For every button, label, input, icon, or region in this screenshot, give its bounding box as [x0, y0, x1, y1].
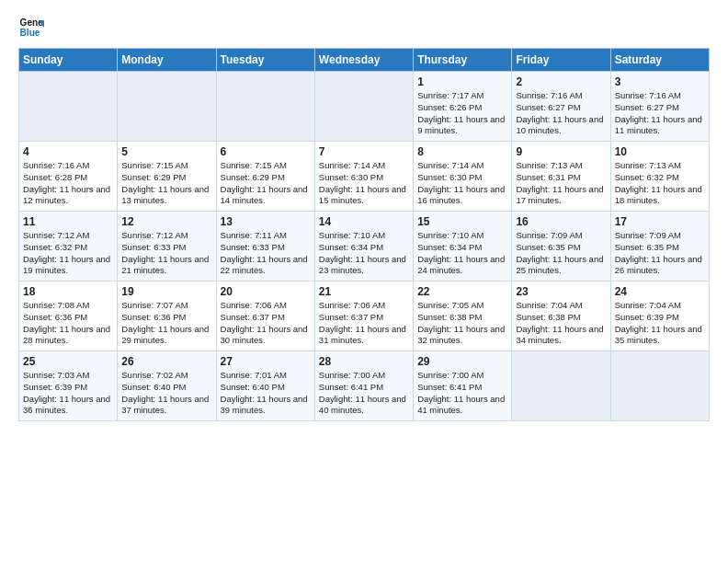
calendar-cell	[512, 351, 610, 421]
calendar-cell: 10Sunrise: 7:13 AM Sunset: 6:32 PM Dayli…	[610, 142, 709, 212]
col-header-wednesday: Wednesday	[314, 49, 413, 72]
day-number: 5	[121, 145, 211, 158]
col-header-tuesday: Tuesday	[216, 49, 314, 72]
day-info: Sunrise: 7:01 AM Sunset: 6:40 PM Dayligh…	[221, 370, 311, 417]
day-number: 10	[615, 145, 705, 158]
day-number: 7	[319, 145, 409, 158]
calendar-cell: 3Sunrise: 7:16 AM Sunset: 6:27 PM Daylig…	[610, 72, 709, 142]
day-number: 29	[417, 355, 507, 368]
day-info: Sunrise: 7:06 AM Sunset: 6:37 PM Dayligh…	[221, 300, 311, 347]
calendar-cell: 11Sunrise: 7:12 AM Sunset: 6:32 PM Dayli…	[19, 212, 118, 282]
calendar-cell: 19Sunrise: 7:07 AM Sunset: 6:36 PM Dayli…	[118, 282, 216, 351]
calendar-cell: 8Sunrise: 7:14 AM Sunset: 6:30 PM Daylig…	[414, 142, 512, 212]
col-header-thursday: Thursday	[414, 49, 512, 72]
calendar-cell: 27Sunrise: 7:01 AM Sunset: 6:40 PM Dayli…	[216, 351, 314, 421]
calendar-cell	[118, 72, 216, 142]
calendar-cell	[216, 72, 314, 142]
day-number: 11	[23, 215, 113, 228]
day-info: Sunrise: 7:06 AM Sunset: 6:37 PM Dayligh…	[319, 300, 409, 347]
calendar-cell	[610, 351, 709, 421]
day-number: 17	[615, 215, 705, 228]
calendar-cell: 7Sunrise: 7:14 AM Sunset: 6:30 PM Daylig…	[314, 142, 413, 212]
day-number: 16	[516, 215, 606, 228]
day-info: Sunrise: 7:12 AM Sunset: 6:32 PM Dayligh…	[23, 230, 113, 277]
day-info: Sunrise: 7:10 AM Sunset: 6:34 PM Dayligh…	[417, 230, 507, 277]
calendar-cell: 25Sunrise: 7:03 AM Sunset: 6:39 PM Dayli…	[19, 351, 118, 421]
day-info: Sunrise: 7:09 AM Sunset: 6:35 PM Dayligh…	[516, 230, 606, 277]
day-number: 13	[221, 215, 311, 228]
day-number: 25	[23, 355, 113, 368]
calendar-cell: 4Sunrise: 7:16 AM Sunset: 6:28 PM Daylig…	[19, 142, 118, 212]
day-number: 6	[221, 145, 311, 158]
day-number: 15	[417, 215, 507, 228]
calendar-cell: 23Sunrise: 7:04 AM Sunset: 6:38 PM Dayli…	[512, 282, 610, 351]
calendar-cell: 22Sunrise: 7:05 AM Sunset: 6:38 PM Dayli…	[414, 282, 512, 351]
day-number: 19	[121, 285, 211, 298]
day-info: Sunrise: 7:08 AM Sunset: 6:36 PM Dayligh…	[23, 300, 113, 347]
calendar-cell: 17Sunrise: 7:09 AM Sunset: 6:35 PM Dayli…	[610, 212, 709, 282]
day-info: Sunrise: 7:15 AM Sunset: 6:29 PM Dayligh…	[121, 160, 211, 207]
day-info: Sunrise: 7:05 AM Sunset: 6:38 PM Dayligh…	[417, 300, 507, 347]
day-number: 8	[417, 145, 507, 158]
day-info: Sunrise: 7:16 AM Sunset: 6:27 PM Dayligh…	[516, 90, 606, 137]
day-number: 22	[417, 285, 507, 298]
day-info: Sunrise: 7:12 AM Sunset: 6:33 PM Dayligh…	[121, 230, 211, 277]
calendar-cell: 29Sunrise: 7:00 AM Sunset: 6:41 PM Dayli…	[414, 351, 512, 421]
day-number: 27	[221, 355, 311, 368]
day-info: Sunrise: 7:10 AM Sunset: 6:34 PM Dayligh…	[319, 230, 409, 277]
calendar-cell: 15Sunrise: 7:10 AM Sunset: 6:34 PM Dayli…	[414, 212, 512, 282]
calendar-cell: 21Sunrise: 7:06 AM Sunset: 6:37 PM Dayli…	[314, 282, 413, 351]
calendar-cell	[314, 72, 413, 142]
calendar-cell: 26Sunrise: 7:02 AM Sunset: 6:40 PM Dayli…	[118, 351, 216, 421]
day-info: Sunrise: 7:13 AM Sunset: 6:32 PM Dayligh…	[615, 160, 705, 207]
col-header-sunday: Sunday	[19, 49, 118, 72]
day-info: Sunrise: 7:17 AM Sunset: 6:26 PM Dayligh…	[417, 90, 507, 137]
calendar-cell: 18Sunrise: 7:08 AM Sunset: 6:36 PM Dayli…	[19, 282, 118, 351]
day-info: Sunrise: 7:16 AM Sunset: 6:27 PM Dayligh…	[615, 90, 705, 137]
day-info: Sunrise: 7:00 AM Sunset: 6:41 PM Dayligh…	[417, 370, 507, 417]
col-header-friday: Friday	[512, 49, 610, 72]
svg-text:Blue: Blue	[20, 28, 40, 38]
calendar-cell: 16Sunrise: 7:09 AM Sunset: 6:35 PM Dayli…	[512, 212, 610, 282]
day-number: 24	[615, 285, 705, 298]
day-number: 23	[516, 285, 606, 298]
day-number: 20	[221, 285, 311, 298]
day-number: 2	[516, 75, 606, 88]
day-info: Sunrise: 7:04 AM Sunset: 6:38 PM Dayligh…	[516, 300, 606, 347]
day-info: Sunrise: 7:14 AM Sunset: 6:30 PM Dayligh…	[319, 160, 409, 207]
calendar-cell: 13Sunrise: 7:11 AM Sunset: 6:33 PM Dayli…	[216, 212, 314, 282]
day-number: 21	[319, 285, 409, 298]
col-header-saturday: Saturday	[610, 49, 709, 72]
day-info: Sunrise: 7:03 AM Sunset: 6:39 PM Dayligh…	[23, 370, 113, 417]
calendar-cell: 14Sunrise: 7:10 AM Sunset: 6:34 PM Dayli…	[314, 212, 413, 282]
col-header-monday: Monday	[118, 49, 216, 72]
calendar-cell: 12Sunrise: 7:12 AM Sunset: 6:33 PM Dayli…	[118, 212, 216, 282]
calendar-cell: 28Sunrise: 7:00 AM Sunset: 6:41 PM Dayli…	[314, 351, 413, 421]
day-info: Sunrise: 7:15 AM Sunset: 6:29 PM Dayligh…	[221, 160, 311, 207]
calendar-cell: 6Sunrise: 7:15 AM Sunset: 6:29 PM Daylig…	[216, 142, 314, 212]
calendar-table: SundayMondayTuesdayWednesdayThursdayFrid…	[18, 48, 710, 421]
day-number: 26	[121, 355, 211, 368]
calendar-cell: 1Sunrise: 7:17 AM Sunset: 6:26 PM Daylig…	[414, 72, 512, 142]
day-info: Sunrise: 7:13 AM Sunset: 6:31 PM Dayligh…	[516, 160, 606, 207]
calendar-cell: 24Sunrise: 7:04 AM Sunset: 6:39 PM Dayli…	[610, 282, 709, 351]
day-number: 14	[319, 215, 409, 228]
day-info: Sunrise: 7:04 AM Sunset: 6:39 PM Dayligh…	[615, 300, 705, 347]
day-number: 4	[23, 145, 113, 158]
day-info: Sunrise: 7:11 AM Sunset: 6:33 PM Dayligh…	[221, 230, 311, 277]
calendar-cell: 9Sunrise: 7:13 AM Sunset: 6:31 PM Daylig…	[512, 142, 610, 212]
day-info: Sunrise: 7:00 AM Sunset: 6:41 PM Dayligh…	[319, 370, 409, 417]
day-number: 28	[319, 355, 409, 368]
day-info: Sunrise: 7:07 AM Sunset: 6:36 PM Dayligh…	[121, 300, 211, 347]
calendar-cell: 20Sunrise: 7:06 AM Sunset: 6:37 PM Dayli…	[216, 282, 314, 351]
day-info: Sunrise: 7:02 AM Sunset: 6:40 PM Dayligh…	[121, 370, 211, 417]
day-number: 18	[23, 285, 113, 298]
calendar-cell: 2Sunrise: 7:16 AM Sunset: 6:27 PM Daylig…	[512, 72, 610, 142]
day-info: Sunrise: 7:16 AM Sunset: 6:28 PM Dayligh…	[23, 160, 113, 207]
day-number: 1	[417, 75, 507, 88]
logo: General Blue	[18, 15, 48, 40]
day-number: 3	[615, 75, 705, 88]
day-number: 12	[121, 215, 211, 228]
day-info: Sunrise: 7:09 AM Sunset: 6:35 PM Dayligh…	[615, 230, 705, 277]
calendar-cell: 5Sunrise: 7:15 AM Sunset: 6:29 PM Daylig…	[118, 142, 216, 212]
